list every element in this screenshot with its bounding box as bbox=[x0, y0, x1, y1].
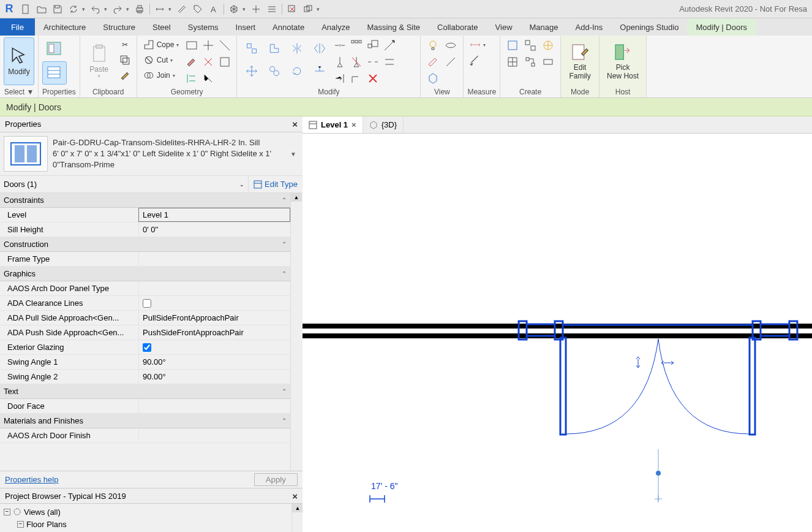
open-icon[interactable] bbox=[34, 2, 49, 17]
offset-icon[interactable] bbox=[382, 54, 397, 70]
panel-select-label[interactable]: Select ▼ bbox=[4, 86, 34, 97]
print-icon[interactable] bbox=[132, 2, 147, 17]
corner-trim-icon[interactable] bbox=[348, 70, 364, 86]
join-button[interactable]: Join▾ bbox=[141, 68, 182, 83]
close-tab-icon[interactable]: × bbox=[351, 120, 356, 129]
prop-value[interactable] bbox=[138, 281, 290, 295]
create-misc-icon[interactable] bbox=[539, 54, 557, 70]
switch-windows-icon[interactable] bbox=[301, 2, 315, 17]
prop-value[interactable]: 90.00° bbox=[138, 355, 290, 369]
apply-button[interactable]: Apply bbox=[254, 473, 298, 486]
redo-dropdown-icon[interactable]: ▾ bbox=[126, 6, 131, 12]
split-gap-icon[interactable] bbox=[365, 54, 381, 70]
create-assembly-icon[interactable] bbox=[539, 37, 557, 53]
prop-value[interactable] bbox=[138, 399, 290, 413]
prop-group-header[interactable]: Graphics⌃ bbox=[0, 267, 290, 281]
text-icon[interactable]: A bbox=[206, 2, 221, 17]
scroll-up-icon[interactable]: ▲ bbox=[292, 504, 303, 512]
hide-category-icon[interactable] bbox=[442, 37, 459, 53]
scroll-up-icon[interactable]: ▲ bbox=[291, 193, 302, 202]
prop-row[interactable]: LevelLevel 1 bbox=[0, 208, 290, 222]
hammer-icon[interactable] bbox=[200, 70, 216, 86]
beam-join-icon[interactable] bbox=[200, 37, 216, 53]
demolish-icon[interactable] bbox=[200, 54, 216, 70]
project-browser-close-icon[interactable]: × bbox=[292, 491, 298, 501]
copy-icon[interactable] bbox=[263, 60, 285, 82]
match-type-button[interactable] bbox=[117, 68, 133, 83]
view-cube-icon[interactable] bbox=[424, 70, 442, 86]
sync-icon[interactable] bbox=[66, 2, 81, 17]
prop-value[interactable] bbox=[138, 340, 290, 354]
prop-row[interactable]: Swing Angle 190.00° bbox=[0, 355, 290, 370]
trim-extend-icon[interactable] bbox=[382, 37, 397, 53]
move-icon[interactable] bbox=[241, 60, 263, 82]
extend-icon[interactable] bbox=[332, 70, 348, 86]
create-flow-icon[interactable] bbox=[522, 54, 539, 70]
scale-icon[interactable] bbox=[365, 37, 381, 53]
tag-icon[interactable] bbox=[190, 2, 205, 17]
prop-group-header[interactable]: Text⌃ bbox=[0, 384, 290, 399]
tab-manage[interactable]: Manage bbox=[521, 18, 567, 36]
prop-group-header[interactable]: Constraints⌃ bbox=[0, 193, 290, 208]
prop-row[interactable]: Swing Angle 290.00° bbox=[0, 370, 290, 384]
properties-button[interactable] bbox=[42, 61, 67, 85]
tab-architecture[interactable]: Architecture bbox=[35, 18, 94, 36]
tab-analyze[interactable]: Analyze bbox=[313, 18, 358, 36]
prop-value[interactable]: Level 1 bbox=[138, 208, 290, 222]
trim-icon[interactable] bbox=[309, 60, 331, 82]
type-selector[interactable]: Pair-G-DDRU-Cap-Transom-Sidelites-RHRA-L… bbox=[0, 132, 303, 176]
tab-file[interactable]: File bbox=[0, 18, 35, 36]
view-tab-3d[interactable]: {3D} bbox=[363, 116, 404, 133]
cope-button[interactable]: Cope▾ bbox=[141, 37, 182, 52]
type-selector-dropdown-icon[interactable]: ▼ bbox=[288, 151, 299, 158]
cut-to-clipboard-button[interactable]: ✂ bbox=[117, 37, 133, 52]
view-tab-level-1[interactable]: Level 1 × bbox=[303, 116, 363, 133]
prop-row[interactable]: Frame Type bbox=[0, 252, 290, 267]
prop-checkbox[interactable] bbox=[143, 343, 151, 352]
align-icon[interactable] bbox=[184, 70, 200, 86]
undo-dropdown-icon[interactable]: ▾ bbox=[104, 6, 109, 12]
prop-row[interactable]: Door Face bbox=[0, 399, 290, 414]
type-properties-button[interactable] bbox=[42, 37, 67, 61]
properties-scrollbar[interactable]: ▲ bbox=[290, 193, 303, 471]
prop-group-header[interactable]: Construction⌃ bbox=[0, 237, 290, 252]
paste-button[interactable]: Paste ▼ bbox=[84, 37, 115, 85]
properties-list[interactable]: Constraints⌃LevelLevel 1Sill Height0' 0"… bbox=[0, 193, 290, 471]
3d-dropdown-icon[interactable]: ▾ bbox=[242, 6, 247, 12]
prop-value[interactable] bbox=[138, 252, 290, 266]
properties-help-link[interactable]: Properties help bbox=[5, 475, 58, 484]
delete-icon[interactable] bbox=[365, 70, 381, 86]
prop-value[interactable]: 90.00° bbox=[138, 370, 290, 384]
pick-new-host-button[interactable]: Pick New Host bbox=[603, 37, 642, 85]
split-icon[interactable] bbox=[332, 37, 348, 53]
tree-views-all[interactable]: − Views (all) bbox=[4, 506, 288, 518]
prop-row[interactable]: ADA Push Side Approach<Gen...PushSideFro… bbox=[0, 325, 290, 340]
prop-checkbox[interactable] bbox=[143, 299, 151, 308]
redo-icon[interactable] bbox=[110, 2, 125, 17]
create-group-icon[interactable] bbox=[522, 37, 539, 53]
edit-type-button[interactable]: Edit Type bbox=[248, 176, 303, 192]
mirror-draw-icon[interactable] bbox=[309, 37, 331, 59]
modify-button[interactable]: Modify bbox=[4, 37, 34, 85]
mirror-axis-icon[interactable] bbox=[286, 37, 308, 59]
project-browser-tree[interactable]: − Views (all) − Floor Plans bbox=[0, 504, 291, 532]
unpin-icon[interactable] bbox=[348, 54, 364, 70]
tab-add-ins[interactable]: Add-Ins bbox=[567, 18, 612, 36]
tab-collaborate[interactable]: Collaborate bbox=[429, 18, 487, 36]
cut-geom-button[interactable]: Cut▾ bbox=[141, 53, 182, 67]
instance-filter-combo[interactable]: Doors (1)⌄ bbox=[0, 180, 248, 189]
prop-value[interactable]: PullSideFrontApproachPair bbox=[138, 311, 290, 325]
prop-row[interactable]: ADA Clearance Lines bbox=[0, 296, 290, 311]
drawing-canvas[interactable]: 17' - 6" bbox=[303, 134, 812, 532]
prop-row[interactable]: ADA Pull Side Approach<Gen...PullSideFro… bbox=[0, 311, 290, 325]
switch-dropdown-icon[interactable]: ▾ bbox=[317, 6, 321, 12]
tab-insert[interactable]: Insert bbox=[227, 18, 265, 36]
split-face-icon[interactable] bbox=[217, 37, 233, 53]
rotate-icon[interactable] bbox=[286, 60, 308, 82]
prop-value[interactable] bbox=[138, 428, 290, 443]
edit-family-button[interactable]: Edit Family bbox=[565, 37, 595, 85]
tree-floor-plans[interactable]: − Floor Plans bbox=[4, 518, 288, 530]
create-parts-icon[interactable] bbox=[504, 54, 521, 70]
thin-lines-icon[interactable] bbox=[265, 2, 279, 17]
prop-row[interactable]: Sill Height0' 0" bbox=[0, 222, 290, 237]
